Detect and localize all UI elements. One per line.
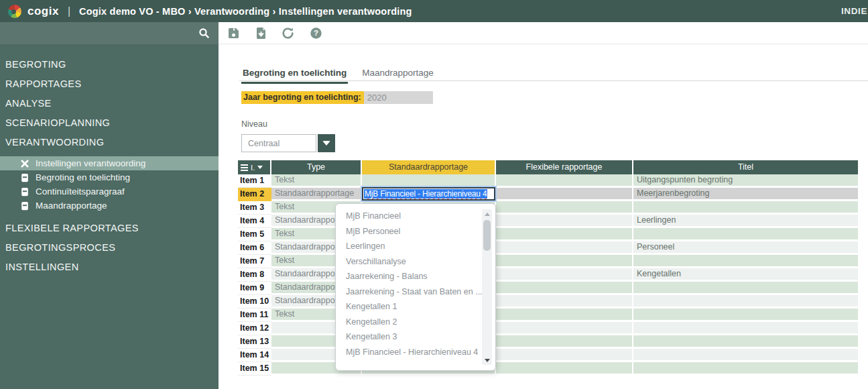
cell-titel[interactable]: [633, 309, 858, 322]
niveau-label: Niveau: [241, 119, 267, 129]
sidebar: BEGROTING RAPPORTAGES ANALYSE SCENARIOPL…: [0, 44, 219, 389]
dropdown-option[interactable]: Jaarrekening - Balans: [336, 269, 495, 284]
cell-flexibele-rapportage[interactable]: [496, 241, 633, 255]
cell-flexibele-rapportage[interactable]: [496, 322, 633, 335]
row-header[interactable]: Item 6: [238, 241, 271, 255]
column-header[interactable]: Flexibele rapportage: [496, 160, 633, 174]
cell-flexibele-rapportage[interactable]: [496, 362, 633, 376]
refresh-icon[interactable]: [280, 22, 296, 44]
cell-flexibele-rapportage[interactable]: [496, 282, 633, 295]
row-header[interactable]: Item 11: [238, 309, 271, 322]
cell-flexibele-rapportage[interactable]: [496, 201, 633, 215]
cell-titel[interactable]: [633, 349, 858, 362]
table-header-row: I. TypeStandaardrapportageFlexibele rapp…: [238, 160, 858, 174]
dropdown-scrollbar[interactable]: [482, 209, 492, 365]
breadcrumb[interactable]: Cogix demo VO - MBO › Verantwoording › I…: [79, 6, 412, 17]
dropdown-option[interactable]: Verschillanalyse: [336, 254, 495, 270]
sidebar-item[interactable]: Maandrapportage: [0, 199, 219, 213]
cell-flexibele-rapportage[interactable]: [496, 255, 633, 268]
dropdown-option[interactable]: MjB Financieel - Hierarchieniveau 4: [336, 345, 495, 360]
sidebar-item[interactable]: BEGROTINGSPROCES: [0, 238, 219, 258]
sidebar-item[interactable]: Instellingen verantwoording: [0, 156, 219, 170]
column-header[interactable]: Standaardrapportage: [362, 160, 496, 174]
dropdown-option[interactable]: Jaarrekening - Staat van Baten en ...: [336, 284, 495, 300]
row-header[interactable]: Item 14: [238, 349, 271, 362]
row-header[interactable]: Item 12: [238, 322, 271, 335]
sidebar-item[interactable]: Begroting en toelichting: [0, 170, 219, 184]
sidebar-item[interactable]: BEGROTING: [0, 55, 219, 74]
cell-titel[interactable]: [633, 282, 858, 295]
sidebar-item[interactable]: ANALYSE: [0, 94, 219, 113]
cell-flexibele-rapportage[interactable]: [496, 268, 633, 282]
cell-flexibele-rapportage[interactable]: [496, 349, 633, 362]
cell-flexibele-rapportage[interactable]: [496, 309, 633, 322]
row-header[interactable]: Item 4: [238, 215, 271, 228]
niveau-select-value[interactable]: Centraal: [241, 134, 316, 152]
top-right-action[interactable]: INDIE: [841, 0, 868, 22]
cell-titel[interactable]: [633, 362, 858, 376]
dropdown-option[interactable]: Kengetallen 1: [336, 299, 495, 315]
cell-flexibele-rapportage[interactable]: [496, 228, 633, 241]
niveau-select-arrow-button[interactable]: [318, 134, 335, 152]
logo-text[interactable]: cogix: [27, 5, 59, 18]
cell-titel[interactable]: Leerlingen: [633, 215, 858, 228]
cell-titel[interactable]: [633, 201, 858, 215]
cell-titel[interactable]: [633, 322, 858, 335]
cell-flexibele-rapportage[interactable]: [496, 188, 633, 201]
dropdown-option[interactable]: Kengetallen 3: [336, 329, 495, 345]
column-header[interactable]: Type: [271, 160, 362, 174]
cogix-logo-icon[interactable]: [8, 5, 21, 18]
cell-flexibele-rapportage[interactable]: [496, 335, 633, 349]
niveau-select[interactable]: Centraal: [241, 134, 335, 152]
search-icon[interactable]: [196, 22, 212, 44]
dropdown-option[interactable]: Leerlingen: [336, 239, 495, 254]
sidebar-item[interactable]: FLEXIBELE RAPPORTAGES: [0, 219, 219, 238]
cell-titel[interactable]: Personeel: [633, 241, 858, 255]
column-header[interactable]: Titel: [633, 160, 858, 174]
cell-titel[interactable]: [633, 295, 858, 309]
row-header[interactable]: Item 3: [238, 201, 271, 215]
table-corner-menu[interactable]: I.: [238, 160, 271, 174]
row-header[interactable]: Item 13: [238, 335, 271, 349]
row-header[interactable]: Item 8: [238, 268, 271, 282]
cell-titel[interactable]: Meerjarenbegroting: [633, 188, 858, 201]
tab[interactable]: Maandrapportage: [361, 68, 435, 84]
help-icon[interactable]: ?: [308, 22, 324, 44]
tab[interactable]: Begroting en toelichting: [241, 68, 348, 84]
cell-flexibele-rapportage[interactable]: [496, 295, 633, 309]
sidebar-item[interactable]: SCENARIOPLANNING: [0, 113, 219, 133]
year-field-value[interactable]: 2020: [364, 91, 433, 104]
cell-editor[interactable]: MjB Financieel - Hierarchieniveau 4: [362, 187, 495, 201]
row-header[interactable]: Item 15: [238, 362, 271, 376]
dropdown-option[interactable]: MjB Personeel: [336, 224, 495, 239]
sidebar-item[interactable]: VERANTWOORDING: [0, 133, 219, 152]
export-icon[interactable]: [253, 22, 269, 44]
sidebar-item[interactable]: Continuïteitsparagraaf: [0, 184, 219, 199]
row-header[interactable]: Item 7: [238, 255, 271, 268]
cell-type[interactable]: Tekst: [271, 174, 362, 188]
dropdown-option[interactable]: [336, 359, 495, 365]
save-icon[interactable]: [225, 22, 241, 44]
row-header[interactable]: Item 9: [238, 282, 271, 295]
scrollbar-thumb[interactable]: [483, 220, 491, 251]
scroll-down-icon[interactable]: [482, 355, 492, 365]
cell-titel[interactable]: [633, 228, 858, 241]
row-header[interactable]: Item 2: [238, 188, 271, 201]
cell-flexibele-rapportage[interactable]: [496, 215, 633, 228]
sidebar-item[interactable]: INSTELLINGEN: [0, 258, 219, 277]
scroll-up-icon[interactable]: [482, 209, 492, 219]
dropdown-option[interactable]: MjB Financieel: [336, 209, 495, 224]
chevron-down-icon: [257, 166, 263, 169]
cell-titel[interactable]: Uitgangspunten begroting: [633, 174, 858, 188]
cell-titel[interactable]: Kengetallen: [633, 268, 858, 282]
cell-type[interactable]: Standaardrapportage: [271, 188, 362, 201]
cell-standaardrapportage[interactable]: [362, 174, 496, 188]
sidebar-item[interactable]: RAPPORTAGES: [0, 74, 219, 94]
cell-titel[interactable]: [633, 255, 858, 268]
row-header[interactable]: Item 5: [238, 228, 271, 241]
cell-flexibele-rapportage[interactable]: [496, 174, 633, 188]
row-header[interactable]: Item 10: [238, 295, 271, 309]
row-header[interactable]: Item 1: [238, 174, 271, 188]
cell-titel[interactable]: [633, 335, 858, 349]
dropdown-option[interactable]: Kengetallen 2: [336, 315, 495, 330]
